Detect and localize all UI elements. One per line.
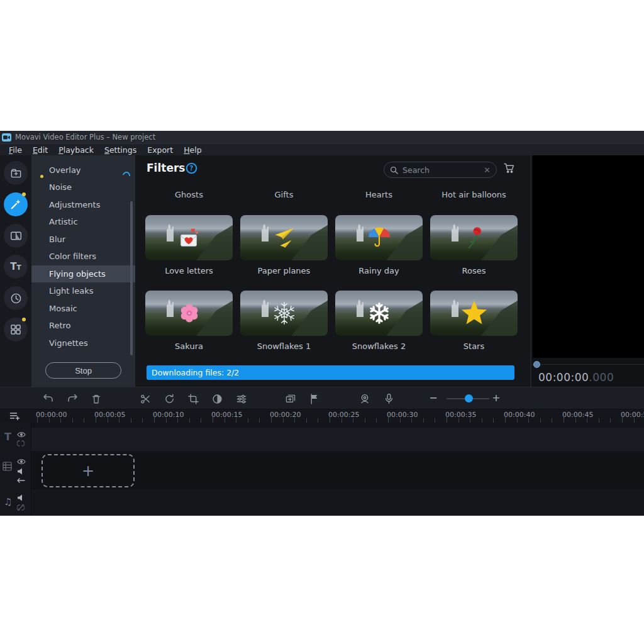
category-vignettes[interactable]: Vignettes: [31, 335, 135, 352]
undo-icon: [43, 394, 54, 404]
download-status-text: Downloading files: 2/2: [152, 368, 239, 377]
filter-label-ghosts[interactable]: Ghosts: [142, 190, 236, 199]
microphone-icon: [384, 393, 394, 404]
category-label: Noise: [49, 182, 72, 192]
search-input[interactable]: [402, 165, 479, 175]
record-audio-button[interactable]: [382, 392, 395, 405]
snowflake-thin-icon: [271, 300, 297, 326]
timeline-tracks: + T ♫: [0, 423, 644, 516]
filter-card-sakura[interactable]: Sakura: [145, 291, 233, 351]
rotate-button[interactable]: [163, 392, 175, 405]
category-noise[interactable]: Noise: [31, 179, 135, 196]
filter-card-love-letters[interactable]: Love letters: [145, 215, 233, 275]
category-label: Artistic: [49, 217, 78, 226]
audio-track-link-icon[interactable]: [17, 504, 25, 511]
filter-label-hot-air-balloons[interactable]: Hot air balloons: [426, 190, 521, 199]
clear-search-icon[interactable]: ✕: [484, 166, 491, 174]
crop-button[interactable]: [187, 392, 199, 405]
filter-label-gifts[interactable]: Gifts: [236, 190, 331, 199]
split-frame-button[interactable]: [284, 392, 297, 405]
menu-settings[interactable]: Settings: [104, 145, 136, 155]
stop-button[interactable]: Stop: [45, 362, 121, 379]
filter-card-paper-planes[interactable]: Paper planes: [240, 215, 328, 275]
filter-card-roses[interactable]: Roses: [430, 215, 518, 275]
flag-marker-icon: [309, 394, 319, 404]
filter-category-panel: Overlay Noise Adjustments Artistic Blur …: [31, 155, 135, 387]
grid-more-tools-icon: [10, 324, 21, 335]
menu-edit[interactable]: Edit: [33, 145, 48, 155]
timecode: 00:00:00.000: [538, 371, 614, 384]
menu-file[interactable]: File: [9, 145, 22, 155]
filter-label-hearts[interactable]: Hearts: [331, 190, 426, 199]
contrast-icon: [212, 394, 223, 404]
paper-planes-icon: [271, 225, 297, 251]
filters-tab-button[interactable]: [4, 192, 28, 216]
category-scrollbar[interactable]: [130, 201, 133, 355]
color-adjust-button[interactable]: [211, 392, 223, 405]
category-light-leaks[interactable]: Light leaks: [31, 282, 135, 299]
category-flying-objects[interactable]: Flying objects: [31, 265, 135, 282]
transitions-button[interactable]: [4, 224, 28, 248]
import-button[interactable]: [4, 161, 28, 185]
audio-track-mute-icon[interactable]: [17, 494, 25, 501]
redo-button[interactable]: [66, 392, 79, 405]
cut-button[interactable]: [139, 392, 152, 405]
menu-help[interactable]: Help: [184, 145, 202, 155]
app-window: Movavi Video Editor Plus – New project F…: [0, 131, 644, 516]
rotate-icon: [164, 394, 175, 404]
store-cart-icon[interactable]: [504, 163, 516, 174]
search-icon: [390, 166, 398, 174]
motion-button[interactable]: [4, 286, 28, 310]
timecode-main: 00:00:00: [538, 371, 589, 384]
video-track-visibility-icon[interactable]: [17, 458, 26, 465]
category-color-filters[interactable]: Color filters: [31, 248, 135, 265]
help-icon[interactable]: ?: [186, 162, 197, 174]
add-track-icon[interactable]: [9, 411, 20, 421]
category-retro[interactable]: Retro: [31, 317, 135, 334]
zoom-in-button[interactable]: +: [491, 392, 501, 404]
titles-icon: TT: [10, 261, 21, 272]
rose-icon: [461, 225, 487, 251]
video-track-arrow-icon[interactable]: [17, 477, 25, 484]
title-track-link-icon[interactable]: [17, 440, 25, 447]
magic-wand-icon: [10, 199, 21, 210]
filter-card-snowflakes-1[interactable]: Snowflakes 1: [240, 291, 328, 351]
delete-button[interactable]: [90, 392, 103, 405]
webcam-capture-button[interactable]: [358, 392, 371, 405]
add-media-placeholder[interactable]: +: [42, 454, 135, 487]
add-media-plus-icon: +: [82, 464, 94, 479]
zoom-out-button[interactable]: −: [428, 392, 438, 404]
ruler-ticks-minor: [37, 418, 644, 423]
video-track-mute-icon[interactable]: [17, 468, 25, 475]
audio-track-row[interactable]: [31, 490, 644, 516]
menu-export[interactable]: Export: [147, 145, 173, 155]
marker-button[interactable]: [308, 392, 320, 405]
download-progress-bar: Downloading files: 2/2: [147, 365, 514, 380]
star-icon: [460, 299, 488, 327]
filter-card-stars[interactable]: Stars: [430, 291, 518, 351]
category-mosaic[interactable]: Mosaic: [31, 300, 135, 317]
filter-card-rainy-day[interactable]: Rainy day: [335, 215, 423, 275]
category-artistic[interactable]: Artistic: [31, 213, 135, 230]
clip-properties-button[interactable]: [235, 392, 248, 405]
transitions-icon: [10, 230, 22, 242]
filter-card-label: Paper planes: [240, 266, 328, 275]
category-blur[interactable]: Blur: [31, 231, 135, 248]
timeline-ruler[interactable]: 00:00:00 00:00:05 00:00:10 00:00:15 00:0…: [0, 409, 644, 423]
rainy-day-umbrella-icon: [366, 225, 392, 251]
menu-playback[interactable]: Playback: [58, 145, 94, 155]
undo-button[interactable]: [42, 392, 55, 405]
seek-handle[interactable]: [533, 361, 540, 368]
category-overlay[interactable]: Overlay: [31, 162, 135, 179]
category-adjustments[interactable]: Adjustments: [31, 196, 135, 213]
filter-card-snowflakes-2[interactable]: Snowflakes 2: [335, 291, 423, 351]
title-track-row[interactable]: [31, 428, 644, 451]
titles-button[interactable]: TT: [4, 255, 28, 279]
trash-icon: [91, 394, 101, 404]
zoom-slider-handle[interactable]: [465, 394, 473, 402]
seek-bar[interactable]: [531, 364, 644, 365]
filter-card-label: Sakura: [145, 341, 233, 351]
more-tools-button[interactable]: [4, 318, 28, 341]
filter-card-label: Love letters: [145, 266, 233, 275]
title-track-visibility-icon[interactable]: [17, 431, 26, 438]
